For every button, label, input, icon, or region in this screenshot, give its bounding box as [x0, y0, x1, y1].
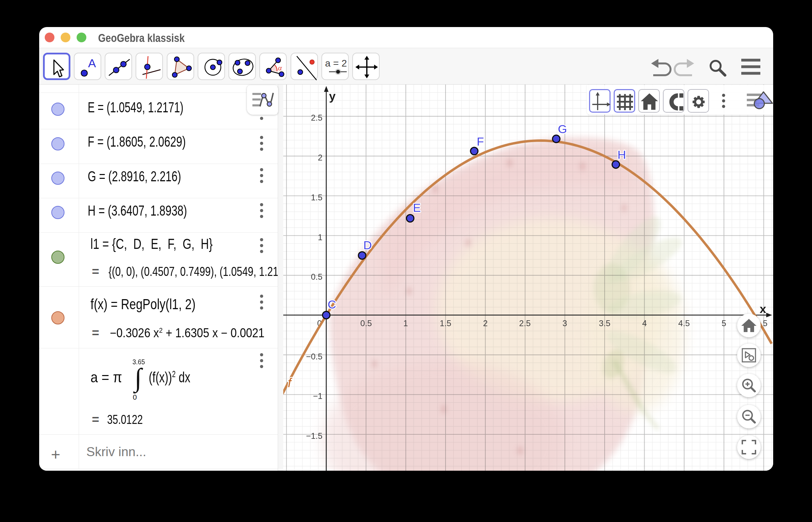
svg-text:3: 3 [562, 319, 567, 328]
svg-text:4: 4 [642, 319, 647, 328]
svg-text:0.5: 0.5 [360, 319, 372, 328]
svg-text:−1: −1 [313, 391, 322, 401]
svg-text:y: y [329, 89, 336, 103]
svg-text:a = 2: a = 2 [325, 58, 347, 69]
svg-text:α: α [278, 64, 282, 72]
svg-text:5: 5 [722, 319, 726, 328]
svg-text:1: 1 [318, 233, 322, 242]
svg-text:2: 2 [483, 319, 487, 328]
svg-text:F: F [477, 135, 484, 148]
svg-text:4.5: 4.5 [678, 319, 690, 328]
svg-text:E: E [413, 201, 421, 214]
svg-text:2.5: 2.5 [311, 113, 322, 122]
svg-text:5: 5 [763, 319, 767, 328]
svg-text:−1.5: −1.5 [306, 431, 322, 441]
svg-text:2.5: 2.5 [519, 319, 530, 328]
svg-text:G: G [558, 122, 567, 136]
svg-text:2: 2 [318, 153, 322, 162]
svg-text:H: H [617, 148, 626, 161]
svg-text:1.5: 1.5 [440, 319, 451, 328]
svg-text:−0.5: −0.5 [306, 352, 322, 361]
svg-text:0.5: 0.5 [311, 272, 322, 281]
svg-text:1: 1 [403, 319, 408, 328]
svg-text:1.5: 1.5 [311, 193, 322, 202]
svg-text:A: A [88, 56, 96, 70]
svg-text:3.5: 3.5 [599, 319, 610, 328]
svg-text:C: C [328, 298, 336, 311]
svg-text:D: D [363, 238, 372, 252]
